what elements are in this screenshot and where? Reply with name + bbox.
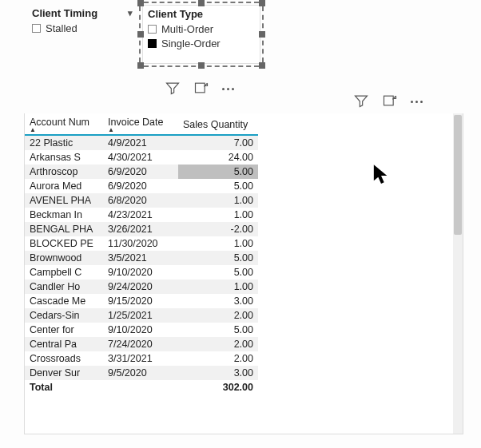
table-visual[interactable]: Account Num ▲ Invoice Date ▲ Sales Quant… (24, 113, 463, 434)
cell-account: Center for (25, 323, 103, 337)
slicer-title: Client Type (148, 7, 255, 22)
cell-sales-quantity: 3.00 (178, 366, 258, 380)
table-row[interactable]: Brownwood3/5/20215.00 (25, 251, 258, 265)
cell-invoice-date: 3/31/2021 (103, 351, 178, 366)
cell-account: BENGAL PHA (25, 222, 103, 236)
filter-icon[interactable] (165, 80, 181, 98)
checkbox-icon[interactable] (32, 24, 41, 33)
svg-rect-1 (384, 96, 394, 105)
table-row[interactable]: BLOCKED PE11/30/20201.00 (25, 236, 258, 251)
cell-account: BLOCKED PE (25, 236, 103, 251)
more-options-icon[interactable] (222, 88, 234, 90)
slicer-item-label: Single-Order (161, 38, 221, 50)
cell-sales-quantity: 3.00 (178, 294, 258, 308)
table-row[interactable]: AVENEL PHA6/8/20201.00 (25, 193, 258, 208)
cell-sales-quantity: 5.00 (178, 165, 258, 179)
slicer-title: Client Timing ▾ (32, 6, 133, 21)
checkbox-icon[interactable] (148, 25, 157, 34)
cell-sales-quantity: 7.00 (178, 135, 258, 150)
slicer-item-multi-order[interactable]: Multi-Order (148, 22, 255, 36)
cell-sales-quantity: 5.00 (178, 251, 258, 265)
cell-account: Beckman In (25, 208, 103, 222)
cell-invoice-date: 3/5/2021 (103, 251, 178, 265)
column-header-label: Invoice Date (108, 117, 163, 128)
focus-mode-icon[interactable] (382, 93, 398, 111)
column-header-invoice-date[interactable]: Invoice Date ▲ (103, 113, 178, 135)
cell-invoice-date: 4/23/2021 (103, 208, 178, 222)
table-row[interactable]: Cascade Me9/15/20203.00 (25, 294, 258, 308)
slicer-client-timing[interactable]: Client Timing ▾ Stalled (27, 5, 137, 35)
svg-rect-0 (196, 83, 205, 93)
cell-account: Cascade Me (25, 294, 103, 308)
table-row[interactable]: Beckman In4/23/20211.00 (25, 208, 258, 222)
table-row[interactable]: Cedars-Sin1/25/20212.00 (25, 308, 258, 323)
cell-account: Central Pa (25, 337, 103, 351)
cell-account: Campbell C (25, 265, 103, 280)
table-row[interactable]: Center for9/10/20205.00 (25, 323, 258, 337)
cell-invoice-date: 6/9/2020 (103, 179, 178, 193)
cell-account: Aurora Med (25, 179, 103, 193)
checkbox-icon[interactable] (148, 39, 157, 48)
cell-sales-quantity: 2.00 (178, 308, 258, 323)
cell-invoice-date: 9/24/2020 (103, 280, 178, 294)
cell-account: 22 Plastic (25, 135, 103, 150)
cell-account: Brownwood (25, 251, 103, 265)
cell-invoice-date: 11/30/2020 (103, 236, 178, 251)
cell-invoice-date: 4/9/2021 (103, 135, 178, 150)
report-canvas: Client Timing ▾ Stalled Client Type Mult… (0, 0, 481, 448)
table-row[interactable]: 22 Plastic4/9/20217.00 (25, 135, 258, 150)
column-header-label: Account Num (30, 117, 89, 128)
sort-asc-icon: ▲ (30, 128, 98, 133)
slicer-item-stalled[interactable]: Stalled (32, 21, 133, 35)
cell-invoice-date: 1/25/2021 (103, 308, 178, 323)
cell-invoice-date: 9/10/2020 (103, 265, 178, 280)
cell-invoice-date: 3/26/2021 (103, 222, 178, 236)
cell-sales-quantity: 1.00 (178, 208, 258, 222)
table-row[interactable]: Campbell C9/10/20205.00 (25, 265, 258, 280)
cell-invoice-date: 9/10/2020 (103, 323, 178, 337)
table-row[interactable]: Arthroscop6/9/20205.00 (25, 165, 258, 179)
table-row[interactable]: Aurora Med6/9/20205.00 (25, 179, 258, 193)
cell-account: Candler Ho (25, 280, 103, 294)
slicer-client-type[interactable]: Client Type Multi-Order Single-Order (142, 5, 260, 64)
chevron-down-icon[interactable]: ▾ (128, 8, 133, 18)
sort-asc-icon: ▲ (108, 128, 173, 133)
cell-account: Crossroads (25, 351, 103, 366)
column-header-account[interactable]: Account Num ▲ (25, 113, 103, 135)
column-header-sales-quantity[interactable]: Sales Quantity (178, 113, 258, 135)
total-value: 302.00 (178, 380, 258, 394)
slicer-title-text: Client Timing (32, 7, 97, 19)
table-row[interactable]: Denver Sur9/5/20203.00 (25, 366, 258, 380)
cell-account: Cedars-Sin (25, 308, 103, 323)
table-row[interactable]: Candler Ho9/24/20201.00 (25, 280, 258, 294)
visual-actions-slicer (165, 80, 234, 98)
cell-account: Denver Sur (25, 366, 103, 380)
slicer-title-text: Client Type (148, 8, 203, 20)
slicer-item-single-order[interactable]: Single-Order (148, 36, 255, 50)
cell-sales-quantity: 5.00 (178, 265, 258, 280)
table-row[interactable]: BENGAL PHA3/26/2021-2.00 (25, 222, 258, 236)
cell-sales-quantity: 5.00 (178, 323, 258, 337)
table-total-row: Total 302.00 (25, 380, 258, 394)
cell-sales-quantity: -2.00 (178, 222, 258, 236)
vertical-scrollbar[interactable] (453, 113, 463, 434)
cell-account: Arkansas S (25, 150, 103, 165)
cell-sales-quantity: 24.00 (178, 150, 258, 165)
more-options-icon[interactable] (411, 101, 423, 103)
cell-sales-quantity: 1.00 (178, 236, 258, 251)
cell-sales-quantity: 2.00 (178, 337, 258, 351)
focus-mode-icon[interactable] (193, 80, 209, 98)
table-row[interactable]: Crossroads3/31/20212.00 (25, 351, 258, 366)
data-table: Account Num ▲ Invoice Date ▲ Sales Quant… (25, 113, 258, 394)
cell-sales-quantity: 5.00 (178, 179, 258, 193)
cell-sales-quantity: 2.00 (178, 351, 258, 366)
cell-invoice-date: 6/9/2020 (103, 165, 178, 179)
scrollbar-thumb[interactable] (454, 115, 462, 235)
filter-icon[interactable] (353, 93, 369, 111)
cell-invoice-date: 9/5/2020 (103, 366, 178, 380)
table-row[interactable]: Arkansas S4/30/202124.00 (25, 150, 258, 165)
table-body: 22 Plastic4/9/20217.00Arkansas S4/30/202… (25, 135, 258, 380)
table-row[interactable]: Central Pa7/24/20202.00 (25, 337, 258, 351)
cell-invoice-date: 7/24/2020 (103, 337, 178, 351)
table-header-row: Account Num ▲ Invoice Date ▲ Sales Quant… (25, 113, 258, 135)
